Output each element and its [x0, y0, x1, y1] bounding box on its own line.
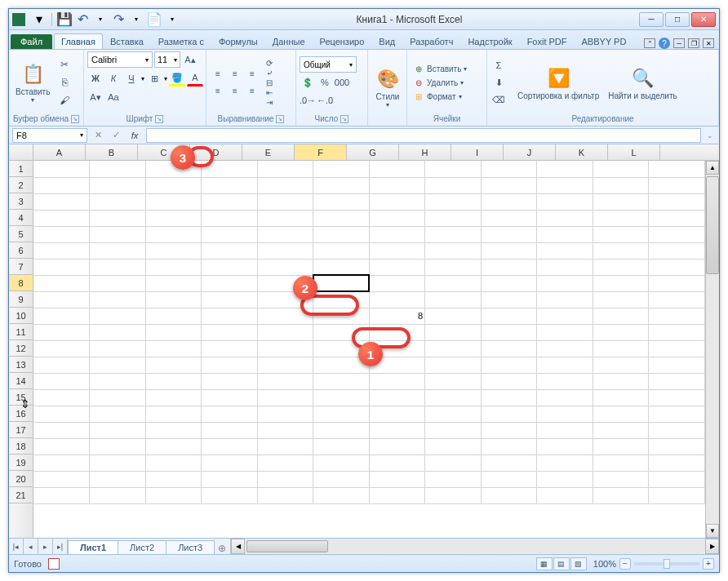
name-box[interactable]: F8▾ — [12, 128, 87, 143]
workbook-minimize[interactable]: ─ — [673, 38, 685, 48]
sheet-tab-2[interactable]: Лист2 — [118, 540, 166, 554]
cell-B19[interactable] — [90, 455, 146, 471]
cell-D20[interactable] — [202, 471, 258, 487]
cell-H12[interactable] — [425, 340, 482, 357]
paste-button[interactable]: 📋 Вставить ▾ — [12, 60, 53, 105]
cell-H19[interactable] — [425, 455, 482, 471]
cell-F3[interactable] — [313, 193, 370, 210]
cell-L12[interactable] — [649, 340, 705, 357]
fill-color-icon[interactable]: 🪣 — [169, 70, 185, 86]
clear-format-icon[interactable]: Aa — [105, 89, 122, 105]
cell-C2[interactable] — [145, 177, 202, 193]
number-launcher[interactable]: ↘ — [340, 115, 348, 123]
cell-D2[interactable] — [202, 177, 258, 193]
increase-font-icon[interactable]: A▴ — [182, 51, 198, 68]
cell-D17[interactable] — [202, 422, 258, 438]
cell-K8[interactable] — [593, 275, 649, 291]
cell-H7[interactable] — [425, 259, 482, 275]
cell-K5[interactable] — [593, 226, 649, 242]
row-header-3[interactable]: 3 — [9, 193, 33, 210]
cell-D7[interactable] — [202, 259, 258, 275]
cell-I21[interactable] — [481, 487, 537, 503]
cell-D19[interactable] — [202, 455, 258, 471]
cell-F1[interactable] — [313, 161, 370, 177]
cell-I20[interactable] — [481, 471, 537, 487]
cell-B4[interactable] — [90, 210, 146, 226]
row-header-13[interactable]: 13 — [9, 357, 33, 373]
cell-F12[interactable] — [313, 340, 370, 357]
view-page-break-icon[interactable]: ▧ — [570, 557, 587, 570]
col-header-H[interactable]: H — [399, 144, 451, 160]
cell-H1[interactable] — [425, 161, 482, 177]
cell-D9[interactable] — [202, 291, 258, 308]
cell-B11[interactable] — [90, 324, 146, 340]
cell-I7[interactable] — [481, 259, 537, 275]
formula-input[interactable] — [146, 128, 701, 143]
tab-foxit[interactable]: Foxit PDF — [520, 33, 575, 49]
cell-A8[interactable] — [33, 275, 90, 291]
cell-J3[interactable] — [537, 193, 593, 210]
align-top-icon[interactable]: ≡ — [210, 66, 226, 82]
col-header-I[interactable]: I — [451, 144, 504, 160]
cell-L3[interactable] — [649, 193, 705, 210]
tab-abbyy[interactable]: ABBYY PD — [575, 33, 634, 49]
align-right-icon[interactable]: ≡ — [244, 83, 260, 100]
view-normal-icon[interactable]: ▦ — [536, 557, 553, 570]
cell-I15[interactable] — [481, 389, 537, 406]
cell-D16[interactable] — [202, 406, 258, 422]
format-painter-icon[interactable]: 🖌 — [55, 92, 73, 109]
cell-H2[interactable] — [425, 177, 482, 193]
wrap-text-icon[interactable]: ⤶ — [266, 69, 273, 78]
row-header-4[interactable]: 4 — [9, 210, 33, 226]
cell-F18[interactable] — [313, 438, 370, 455]
col-header-J[interactable]: J — [504, 144, 556, 160]
cell-D18[interactable] — [202, 438, 258, 455]
border-icon[interactable]: ⊞ — [146, 70, 162, 86]
cell-F6[interactable] — [313, 242, 370, 259]
cell-A21[interactable] — [33, 487, 90, 503]
cell-E10[interactable] — [257, 308, 313, 324]
cell-J4[interactable] — [537, 210, 593, 226]
cell-C7[interactable] — [145, 259, 202, 275]
cell-E15[interactable] — [257, 389, 313, 406]
cell-H13[interactable] — [425, 357, 482, 373]
font-name-combo[interactable]: Calibri▾ — [87, 51, 153, 68]
row-header-1[interactable]: 1 — [9, 161, 33, 177]
cell-C4[interactable] — [145, 210, 202, 226]
cell-I8[interactable] — [481, 275, 537, 291]
col-header-E[interactable]: E — [242, 144, 295, 160]
horizontal-scrollbar[interactable]: ◀ ▶ — [230, 539, 719, 554]
indent-decrease-icon[interactable]: ⇤ — [266, 88, 273, 97]
file-tab[interactable]: Файл — [11, 34, 52, 49]
cell-G4[interactable] — [369, 210, 425, 226]
cell-C1[interactable] — [145, 161, 202, 177]
cell-I9[interactable] — [481, 291, 537, 308]
cell-B20[interactable] — [90, 471, 146, 487]
select-all-corner[interactable] — [9, 144, 33, 160]
cell-F14[interactable] — [313, 373, 370, 389]
cell-I14[interactable] — [481, 373, 537, 389]
increase-decimal-icon[interactable]: .0→ — [300, 92, 316, 109]
col-header-D[interactable]: D — [190, 144, 242, 160]
cell-I19[interactable] — [481, 455, 537, 471]
row-header-12[interactable]: 12 — [9, 340, 33, 357]
cell-D15[interactable] — [202, 389, 258, 406]
number-format-combo[interactable]: Общий▾ — [300, 56, 357, 73]
cell-L19[interactable] — [649, 455, 705, 471]
macro-record-icon[interactable] — [48, 558, 60, 570]
cell-H5[interactable] — [425, 226, 482, 242]
cell-E12[interactable] — [257, 340, 313, 357]
cell-G19[interactable] — [369, 455, 425, 471]
qat-more-icon[interactable]: 📄 — [147, 12, 162, 27]
cell-E4[interactable] — [257, 210, 313, 226]
cell-G16[interactable] — [369, 406, 425, 422]
cell-K10[interactable] — [593, 308, 649, 324]
align-middle-icon[interactable]: ≡ — [227, 66, 243, 82]
cell-L16[interactable] — [649, 406, 705, 422]
col-header-C[interactable]: C — [138, 144, 190, 160]
tab-view[interactable]: Вид — [371, 33, 402, 49]
cell-L15[interactable] — [649, 389, 705, 406]
font-launcher[interactable]: ↘ — [155, 115, 163, 123]
cell-G2[interactable] — [369, 177, 425, 193]
cell-J5[interactable] — [537, 226, 593, 242]
